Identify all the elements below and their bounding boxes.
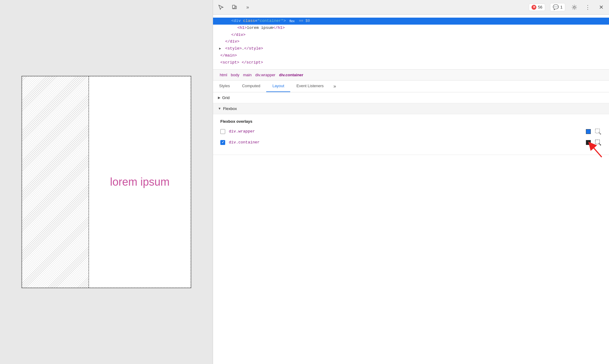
- options-menu-button[interactable]: ⋮: [583, 3, 592, 12]
- grid-section-label: Grid: [222, 95, 230, 100]
- layout-content: ▶ Grid ▼ Flexbox Flexbox overlays div.wr…: [213, 92, 609, 364]
- source-closing-tag: </div>: [231, 32, 246, 38]
- source-line-script[interactable]: <script> </script>: [213, 59, 609, 66]
- more-tools-button[interactable]: »: [243, 3, 252, 12]
- source-line-selected[interactable]: <div class = "container" > flex == $0: [213, 18, 609, 25]
- source-line-style[interactable]: ▶ <style> … </style>: [213, 45, 609, 52]
- inspect-element-button[interactable]: [217, 3, 225, 12]
- three-dots-icon: ⋮: [585, 4, 591, 11]
- wrapper-overlay-name: div.wrapper: [229, 129, 582, 134]
- grid-expand-arrow: ▶: [218, 96, 220, 100]
- wrapper-overlay-checkbox[interactable]: [220, 129, 225, 134]
- lorem-ipsum-text: lorem ipsum: [110, 176, 170, 188]
- html-source-panel: <div class = "container" > flex == $0 <h…: [213, 15, 609, 70]
- selected-badge: flex: [288, 18, 297, 24]
- close-icon: ✕: [599, 4, 604, 11]
- svg-point-3: [573, 6, 575, 8]
- flexbox-section-header[interactable]: ▼ Flexbox: [213, 103, 609, 114]
- device-toolbar-button[interactable]: [230, 3, 239, 12]
- error-count: 56: [538, 5, 542, 9]
- breadcrumb-body[interactable]: body: [229, 73, 241, 77]
- error-dot-icon: ✕: [532, 5, 536, 10]
- container-div: lorem ipsum: [89, 76, 191, 288]
- svg-point-5: [600, 133, 601, 135]
- tab-layout[interactable]: Layout: [266, 81, 290, 92]
- overlay-row-container: div.container: [220, 139, 602, 146]
- wrapper-picker-button[interactable]: [594, 128, 602, 135]
- wrapper-color-swatch[interactable]: [586, 129, 591, 134]
- tab-computed[interactable]: Computed: [236, 81, 266, 92]
- breadcrumb-div-wrapper[interactable]: div.wrapper: [253, 73, 277, 77]
- flexbox-expand-arrow: ▼: [218, 107, 221, 110]
- browser-viewport: lorem ipsum: [21, 76, 191, 288]
- message-count-badge[interactable]: 💬 1: [550, 3, 565, 11]
- tab-styles[interactable]: Styles: [213, 81, 236, 92]
- container-picker-button[interactable]: [594, 139, 602, 146]
- devtools-panel: » ✕ 56 💬 1 ⋮ ✕: [213, 0, 609, 364]
- message-count: 1: [560, 5, 563, 9]
- source-line-div-close1[interactable]: </div>: [213, 32, 609, 39]
- chevron-right-icon: »: [333, 84, 336, 89]
- breadcrumb-main[interactable]: main: [241, 73, 253, 77]
- chevron-right-icon: »: [246, 5, 249, 10]
- message-icon: 💬: [553, 4, 559, 10]
- svg-line-9: [591, 145, 602, 157]
- source-line-main-close[interactable]: </main>: [213, 52, 609, 59]
- breadcrumb-div-container[interactable]: div.container: [277, 73, 305, 77]
- flexbox-overlays-title: Flexbox overlays: [220, 119, 602, 124]
- wrapper-div: [22, 76, 89, 288]
- grid-section-header[interactable]: ▶ Grid: [213, 92, 609, 103]
- breadcrumb: html body main div.wrapper div.container: [213, 70, 609, 81]
- source-tag: <h1>: [237, 25, 247, 31]
- container-color-swatch[interactable]: [586, 140, 591, 145]
- container-overlay-checkbox[interactable]: [220, 140, 225, 145]
- breadcrumb-html[interactable]: html: [218, 73, 229, 77]
- expand-arrow-icon: ▶: [219, 46, 221, 52]
- flexbox-section-label: Flexbox: [223, 106, 237, 111]
- source-tag-open: <: [231, 18, 234, 24]
- preview-panel: lorem ipsum: [0, 0, 213, 364]
- tab-more-button[interactable]: »: [330, 81, 340, 92]
- source-line-div-close2[interactable]: </div>: [213, 38, 609, 45]
- close-devtools-button[interactable]: ✕: [597, 3, 605, 12]
- svg-point-7: [600, 144, 601, 146]
- container-overlay-name: div.container: [229, 140, 582, 145]
- tab-event-listeners[interactable]: Event Listeners: [290, 81, 330, 92]
- settings-button[interactable]: [570, 3, 579, 12]
- svg-rect-1: [235, 6, 236, 9]
- overlay-row-wrapper: div.wrapper: [220, 128, 602, 135]
- error-count-badge[interactable]: ✕ 56: [529, 4, 545, 11]
- source-line-h1[interactable]: <h1> lorem ipsum </h1>: [213, 25, 609, 32]
- flexbox-section-content: Flexbox overlays div.wrapper div: [213, 114, 609, 155]
- devtools-tabs: Styles Computed Layout Event Listeners »: [213, 81, 609, 92]
- devtools-toolbar: » ✕ 56 💬 1 ⋮ ✕: [213, 0, 609, 15]
